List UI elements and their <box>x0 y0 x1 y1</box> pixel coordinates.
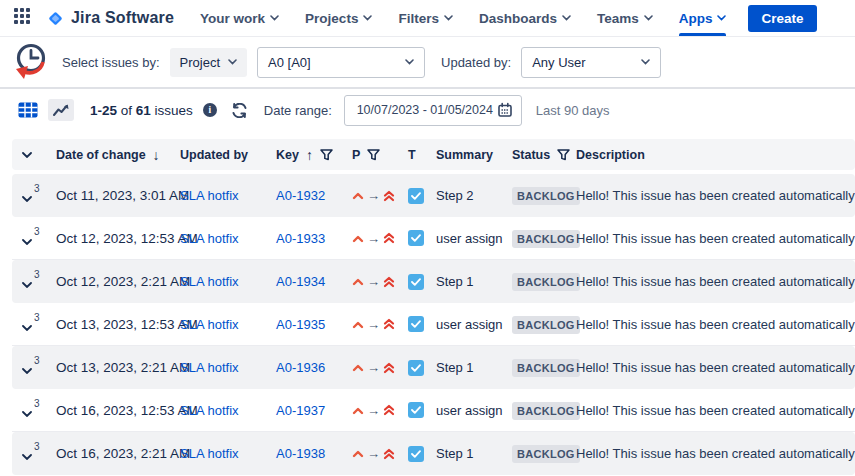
status-badge: BACKLOG <box>512 230 580 248</box>
nav-item-filters[interactable]: Filters <box>398 0 453 36</box>
priority-change: → <box>352 446 408 461</box>
updated-by-link[interactable]: SLA hotfix <box>180 403 239 418</box>
issue-key-link[interactable]: A0-1937 <box>276 403 325 418</box>
arrow-right-icon: → <box>367 360 380 375</box>
row-expander[interactable]: 3 <box>12 232 56 245</box>
nav-item-your-work[interactable]: Your work <box>200 0 279 36</box>
task-type-icon <box>408 230 424 246</box>
filter-funnel-icon[interactable] <box>557 149 570 161</box>
issue-key-link[interactable]: A0-1935 <box>276 317 325 332</box>
priority-change: → <box>352 360 408 375</box>
info-icon[interactable]: i <box>203 103 217 117</box>
updated-by-dropdown[interactable]: Any User <box>521 47 661 78</box>
updated-by-link[interactable]: SLA hotfix <box>180 360 239 375</box>
date-of-change: Oct 13, 2023, 2:21 AM <box>56 360 180 375</box>
nav-item-projects[interactable]: Projects <box>305 0 372 36</box>
issue-key-link[interactable]: A0-1933 <box>276 231 325 246</box>
expand-count: 3 <box>34 398 40 409</box>
header-summary[interactable]: Summary <box>436 148 512 162</box>
nav-item-teams[interactable]: Teams <box>597 0 653 36</box>
priority-high-icon <box>352 320 364 329</box>
filter-funnel-icon[interactable] <box>320 149 333 161</box>
table-row: 3 Oct 11, 2023, 3:01 AM SLA hotfix A0-19… <box>12 174 855 217</box>
refresh-icon[interactable] <box>231 103 248 118</box>
status-badge: BACKLOG <box>512 359 580 377</box>
updated-by-label: Updated by: <box>441 55 511 70</box>
updated-by-link[interactable]: SLA hotfix <box>180 188 239 203</box>
arrow-right-icon: → <box>367 403 380 418</box>
create-button[interactable]: Create <box>748 5 816 32</box>
date-of-change: Oct 16, 2023, 2:21 AM <box>56 446 180 461</box>
status-badge: BACKLOG <box>512 273 580 291</box>
header-expander[interactable] <box>12 152 56 158</box>
updated-by-link[interactable]: SLA hotfix <box>180 274 239 289</box>
row-expander[interactable]: 3 <box>12 318 56 331</box>
app-switcher-icon[interactable] <box>14 8 34 28</box>
row-expander[interactable]: 3 <box>12 275 56 288</box>
jira-logo[interactable]: Jira Software <box>46 9 174 28</box>
chevron-down-icon <box>562 15 571 21</box>
row-expander[interactable]: 3 <box>12 189 56 202</box>
expand-count: 3 <box>34 183 40 194</box>
description-cell: Hello! This issue has been created autom… <box>576 188 855 203</box>
row-expander[interactable]: 3 <box>12 447 56 460</box>
sort-desc-icon[interactable]: ↓ <box>153 147 160 163</box>
chevron-down-icon <box>405 59 414 65</box>
filter-bar: Select issues by: Project A0 [A0] Update… <box>0 37 855 89</box>
arrow-right-icon: → <box>367 317 380 332</box>
header-date-of-change[interactable]: Date of change ↓ <box>56 147 180 163</box>
description-cell: Hello! This issue has been created autom… <box>576 360 855 375</box>
status-badge: BACKLOG <box>512 187 580 205</box>
chevron-down-icon <box>363 15 372 21</box>
header-type[interactable]: T <box>408 148 436 162</box>
select-by-dropdown[interactable]: Project <box>170 48 247 77</box>
nav-item-dashboards[interactable]: Dashboards <box>479 0 571 36</box>
nav-item-apps[interactable]: Apps <box>679 0 727 36</box>
priority-high-icon <box>352 191 364 200</box>
header-description[interactable]: Description <box>576 148 855 162</box>
priority-change: → <box>352 317 408 332</box>
project-dropdown[interactable]: A0 [A0] <box>257 47 425 78</box>
header-updated-by[interactable]: Updated by <box>180 148 276 162</box>
summary-cell: Step 2 <box>436 188 512 203</box>
grid-view-icon[interactable] <box>18 102 38 118</box>
table-row: 3 Oct 12, 2023, 2:21 AM SLA hotfix A0-19… <box>12 260 855 303</box>
date-range-input[interactable]: 10/07/2023 - 01/05/2024 <box>344 95 522 126</box>
priority-highest-icon <box>383 190 395 202</box>
chevron-down-icon <box>444 15 453 21</box>
date-range-hint: Last 90 days <box>536 103 610 118</box>
updated-by-link[interactable]: SLA hotfix <box>180 231 239 246</box>
calendar-icon[interactable] <box>497 102 513 118</box>
date-range-label: Date range: <box>264 103 332 118</box>
task-type-icon <box>408 316 424 332</box>
header-key[interactable]: Key ↑ <box>276 147 352 163</box>
status-badge: BACKLOG <box>512 316 580 334</box>
filter-funnel-icon[interactable] <box>367 149 380 161</box>
issue-key-link[interactable]: A0-1938 <box>276 446 325 461</box>
chevron-down-icon <box>644 15 653 21</box>
header-priority[interactable]: P <box>352 148 408 162</box>
priority-highest-icon <box>383 276 395 288</box>
row-expander[interactable]: 3 <box>12 361 56 374</box>
row-expander[interactable]: 3 <box>12 404 56 417</box>
chevron-down-icon <box>641 59 650 65</box>
issue-key-link[interactable]: A0-1934 <box>276 274 325 289</box>
issue-key-link[interactable]: A0-1936 <box>276 360 325 375</box>
sort-asc-icon[interactable]: ↑ <box>306 147 313 163</box>
priority-high-icon <box>352 406 364 415</box>
updated-by-link[interactable]: SLA hotfix <box>180 317 239 332</box>
priority-high-icon <box>352 449 364 458</box>
updated-by-link[interactable]: SLA hotfix <box>180 446 239 461</box>
issue-history-clock-icon <box>10 40 52 84</box>
table-toolbar: 1-25 of 61 issues i Date range: 10/07/20… <box>0 89 855 131</box>
header-status[interactable]: Status <box>512 148 576 162</box>
description-cell: Hello! This issue has been created autom… <box>576 317 855 332</box>
summary-cell: user assign <box>436 231 512 246</box>
table-row: 3 Oct 13, 2023, 12:53 AM SLA hotfix A0-1… <box>12 303 855 346</box>
issue-key-link[interactable]: A0-1932 <box>276 188 325 203</box>
logo-text: Jira Software <box>71 9 174 27</box>
chart-view-icon[interactable] <box>48 99 74 121</box>
task-type-icon <box>408 402 424 418</box>
description-cell: Hello! This issue has been created autom… <box>576 274 855 289</box>
priority-highest-icon <box>383 318 395 330</box>
